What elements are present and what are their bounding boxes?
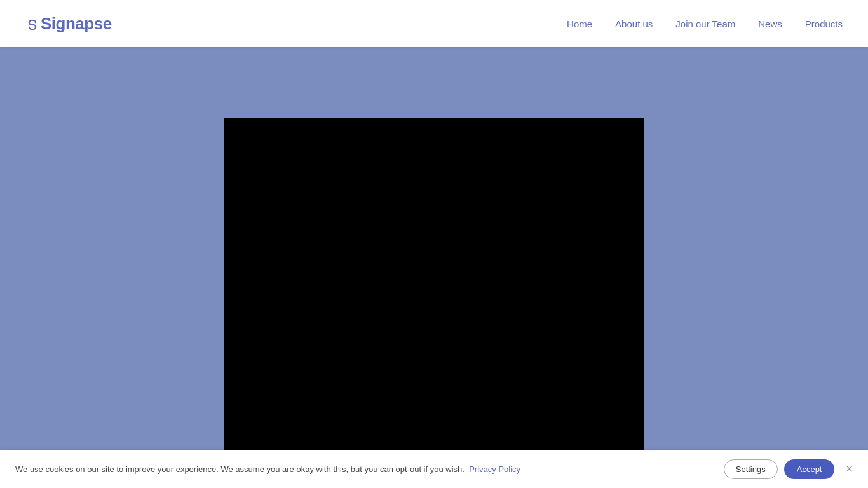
accept-button[interactable]: Accept [784, 459, 835, 479]
nav-products[interactable]: Products [805, 18, 843, 29]
settings-button[interactable]: Settings [724, 459, 778, 479]
logo-text: Signapse [25, 14, 112, 34]
main-nav: Home About us Join our Team News Product… [567, 18, 843, 29]
logo-link[interactable]: Signapse [25, 14, 112, 34]
nav-about[interactable]: About us [615, 18, 653, 29]
video-player[interactable] [224, 118, 644, 488]
main-content [0, 47, 868, 450]
logo-icon [25, 18, 39, 32]
site-header: Signapse Home About us Join our Team New… [0, 0, 868, 47]
nav-join-team[interactable]: Join our Team [675, 18, 735, 29]
nav-home[interactable]: Home [567, 18, 592, 29]
close-cookie-button[interactable]: × [846, 463, 853, 475]
cookie-actions: Settings Accept × [724, 459, 853, 479]
cookie-banner: We use cookies on our site to improve yo… [0, 450, 868, 488]
nav-news[interactable]: News [758, 18, 782, 29]
cookie-message: We use cookies on our site to improve yo… [15, 464, 711, 474]
privacy-policy-link[interactable]: Privacy Policy [469, 464, 520, 474]
